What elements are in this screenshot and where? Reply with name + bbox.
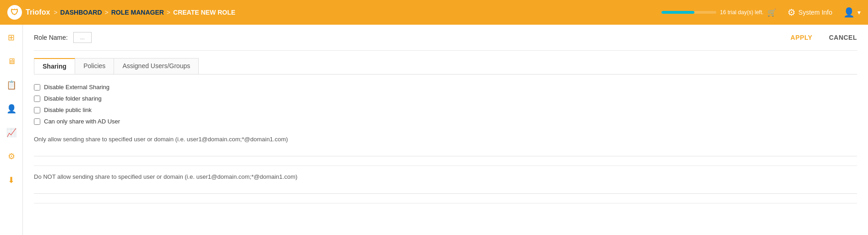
logo-shield-icon: 🛡 xyxy=(7,5,22,20)
main-content: Role Name: ... APPLY CANCEL Sharing Poli… xyxy=(23,25,868,235)
breadcrumb-dashboard[interactable]: DASHBOARD xyxy=(60,9,102,16)
header-divider xyxy=(34,50,857,51)
topbar-right: 16 trial day(s) left. 🛒 ⚙ System Info 👤 … xyxy=(661,7,861,18)
breadcrumb-sep1: > xyxy=(54,9,57,16)
dashboard-icon: ⊞ xyxy=(8,32,15,43)
system-info-button[interactable]: ⚙ System Info xyxy=(787,7,832,18)
sidebar-item-monitor[interactable]: 🖥 xyxy=(3,53,20,69)
role-name-label: Role Name: xyxy=(34,34,68,41)
allow-input[interactable] xyxy=(34,145,857,156)
sidebar-item-analytics[interactable]: 📈 xyxy=(3,124,20,141)
download-icon: ⬇ xyxy=(8,175,15,185)
disable-public-label: Disable public link xyxy=(44,107,92,113)
tab-policies[interactable]: Policies xyxy=(75,58,114,74)
sharing-checkboxes: Disable External Sharing Disable folder … xyxy=(34,84,857,125)
checkbox-disable-public[interactable]: Disable public link xyxy=(34,107,857,113)
files-icon: 📋 xyxy=(6,80,16,90)
gear-icon: ⚙ xyxy=(787,7,796,18)
breadcrumb-sep3: > xyxy=(167,9,170,16)
role-name-input[interactable]: ... xyxy=(73,32,92,43)
sidebar-item-dashboard[interactable]: ⊞ xyxy=(3,29,20,46)
monitor-icon: 🖥 xyxy=(7,57,16,66)
allow-section: Only allow sending share to specified us… xyxy=(34,136,857,156)
breadcrumb-sep2: > xyxy=(105,9,109,16)
tab-assigned-users[interactable]: Assigned Users/Groups xyxy=(114,58,199,74)
user-icon: 👤 xyxy=(843,7,855,18)
system-info-label: System Info xyxy=(798,9,832,16)
app-name: Triofox xyxy=(26,8,50,16)
settings-icon: ⚙ xyxy=(8,151,15,161)
apply-button[interactable]: APPLY xyxy=(791,34,813,41)
trial-progress-fill xyxy=(661,11,694,14)
only-ad-input[interactable] xyxy=(34,118,40,125)
sidebar: ⊞ 🖥 📋 👤 📈 ⚙ ⬇ xyxy=(0,25,23,235)
trial-bar-container xyxy=(661,11,716,14)
main-layout: ⊞ 🖥 📋 👤 📈 ⚙ ⬇ Role Name: ... APPLY xyxy=(0,25,868,235)
allow-label: Only allow sending share to specified us… xyxy=(34,136,857,143)
sidebar-item-users[interactable]: 👤 xyxy=(3,101,20,117)
user-chevron-icon: ▾ xyxy=(857,9,861,16)
breadcrumb: > DASHBOARD > ROLE MANAGER > CREATE NEW … xyxy=(54,9,235,16)
tab-sharing[interactable]: Sharing xyxy=(34,58,75,74)
breadcrumb-role-manager[interactable]: ROLE MANAGER xyxy=(111,9,164,16)
trial-progress-bar xyxy=(661,11,716,14)
cancel-button[interactable]: CANCEL xyxy=(829,34,857,41)
trial-text: 16 trial day(s) left. xyxy=(720,9,764,16)
sidebar-item-settings[interactable]: ⚙ xyxy=(3,148,20,165)
deny-divider xyxy=(34,203,857,203)
only-ad-label: Can only share with AD User xyxy=(44,118,120,125)
analytics-icon: 📈 xyxy=(6,128,16,138)
disable-external-label: Disable External Sharing xyxy=(44,84,109,91)
deny-input[interactable] xyxy=(34,183,857,194)
trial-info: 16 trial day(s) left. 🛒 xyxy=(661,8,776,17)
breadcrumb-current: CREATE NEW ROLE xyxy=(173,9,235,16)
disable-external-input[interactable] xyxy=(34,84,40,91)
sidebar-item-download[interactable]: ⬇ xyxy=(3,172,20,188)
app-logo[interactable]: 🛡 Triofox xyxy=(7,5,50,20)
disable-folder-input[interactable] xyxy=(34,96,40,102)
tabs-container: Sharing Policies Assigned Users/Groups xyxy=(34,58,857,75)
sidebar-item-files[interactable]: 📋 xyxy=(3,77,20,93)
deny-label: Do NOT allow sending share to specified … xyxy=(34,173,857,180)
sharing-tab-content: Disable External Sharing Disable folder … xyxy=(34,84,857,203)
allow-divider xyxy=(34,166,857,166)
disable-folder-label: Disable folder sharing xyxy=(44,95,102,102)
user-menu[interactable]: 👤 ▾ xyxy=(843,7,861,18)
deny-section: Do NOT allow sending share to specified … xyxy=(34,173,857,194)
topbar: 🛡 Triofox > DASHBOARD > ROLE MANAGER > C… xyxy=(0,0,868,25)
checkbox-disable-external[interactable]: Disable External Sharing xyxy=(34,84,857,91)
checkbox-only-ad[interactable]: Can only share with AD User xyxy=(34,118,857,125)
role-name-row: Role Name: ... APPLY CANCEL xyxy=(34,32,857,43)
disable-public-input[interactable] xyxy=(34,107,40,113)
cart-icon[interactable]: 🛒 xyxy=(767,8,776,17)
users-icon: 👤 xyxy=(6,104,16,114)
role-name-dots: ... xyxy=(80,34,85,41)
checkbox-disable-folder[interactable]: Disable folder sharing xyxy=(34,95,857,102)
